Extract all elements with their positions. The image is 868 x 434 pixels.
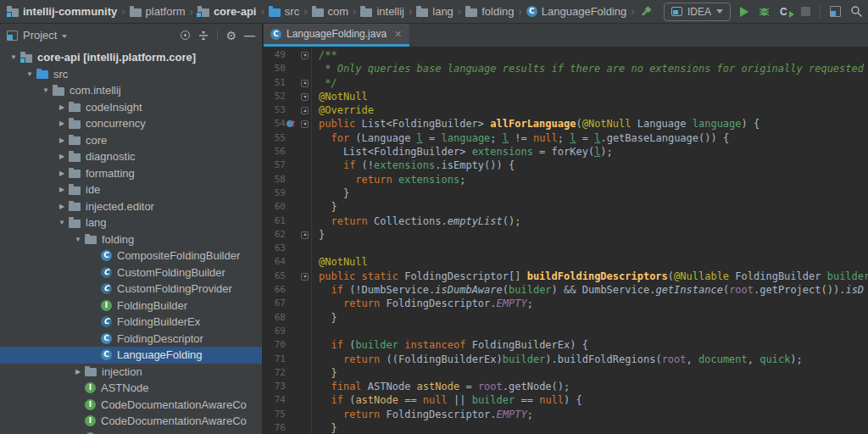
hide-panel-icon[interactable]: — [244,29,255,42]
breadcrumb-item-platform[interactable]: platform [130,5,186,18]
build-hammer-icon[interactable] [641,5,654,19]
line-number: 62 [264,228,286,242]
tree-item-injected.editor[interactable]: ▶injected.editor [0,198,262,215]
fold-marker-icon[interactable] [301,231,309,239]
tree-item-customfoldingprovider[interactable]: CCustomFoldingProvider [0,281,262,298]
chevron-collapsed-icon[interactable]: ▶ [55,120,69,127]
fold-column [298,408,312,421]
tree-item-compositefoldingbuilder[interactable]: CCompositeFoldingBuilder [0,248,262,264]
breadcrumb-item-languagefolding[interactable]: CLanguageFolding [526,5,626,18]
tree-item-core-api[interactable]: ▼core-api [intellij.platform.core] [0,49,262,66]
main-toolbar: IDEA C [641,3,863,21]
tree-item-core[interactable]: ▶core [0,132,262,149]
tree-item-label: ide [86,183,100,196]
gutter-icon-column [286,90,298,103]
tree-item-concurrency[interactable]: ▶concurrency [0,115,262,132]
chevron-collapsed-icon[interactable]: ▶ [55,203,69,210]
editor-area: C LanguageFolding.java ✕ 49/**50 * Only … [264,24,868,434]
code-line: 73 final ASTNode astNode = root.getNode(… [264,380,868,393]
package-icon [69,136,81,145]
project-panel-title[interactable]: Project [23,29,57,42]
tree-item-com.intellij[interactable]: ▼com.intellij [0,82,262,99]
stop-icon[interactable] [801,7,810,16]
run-with-coverage-icon[interactable]: C [780,6,792,18]
gutter-icon-column [286,117,298,131]
package-icon [69,103,81,112]
collapse-all-icon[interactable] [198,30,209,42]
fold-column [298,173,312,186]
code-line: 60 } [264,200,868,214]
breadcrumb-item-lang[interactable]: lang [416,5,453,18]
tree-item-foldingbuilderex[interactable]: CFoldingBuilderEx [0,314,262,331]
tree-item-formatting[interactable]: ▶formatting [0,165,262,182]
tree-item-diagnostic[interactable]: ▶diagnostic [0,148,262,165]
chevron-collapsed-icon[interactable]: ▶ [55,186,69,193]
breadcrumb-item-intellij-community[interactable]: intellij-community [7,5,117,18]
fold-marker-icon[interactable] [301,120,309,128]
settings-gear-icon[interactable]: ⚙ [225,30,236,42]
tree-item-label: ASTNode [101,381,148,394]
line-number: 72 [264,366,286,380]
tree-item-src[interactable]: ▼src [0,66,262,83]
code-line: 58 return extensions; [264,173,868,186]
breadcrumb-separator: › [121,5,125,18]
line-number: 60 [264,200,286,214]
tree-item-codedocumentationawareco[interactable]: ICodeDocumentationAwareCo [0,397,262,414]
locate-icon[interactable] [181,31,190,40]
tree-item-ide[interactable]: ▶ide [0,181,262,198]
tree-item-foldingbuilder[interactable]: IFoldingBuilder [0,298,262,314]
line-number: 54 [264,117,286,131]
chevron-collapsed-icon[interactable]: ▶ [55,136,69,144]
tree-item-commenter[interactable]: ICommenter [0,430,262,434]
fold-column [298,270,312,283]
chevron-expanded-icon[interactable]: ▼ [71,236,85,243]
chevron-down-icon[interactable] [62,35,67,38]
breadcrumb-item-core-api[interactable]: core-api [198,5,257,18]
tree-item-lang[interactable]: ▼lang [0,214,262,231]
search-icon[interactable] [850,5,863,18]
fold-marker-icon[interactable] [301,52,309,59]
code-line: 63 [264,242,868,255]
tree-item-customfoldingbuilder[interactable]: CCustomFoldingBuilder [0,264,262,281]
chevron-collapsed-icon[interactable]: ▶ [55,153,69,160]
code-line: 76 } [264,421,868,434]
tree-item-languagefolding[interactable]: CLanguageFolding [0,347,262,364]
tree-item-astnode[interactable]: IASTNode [0,380,262,397]
tree-item-codeinsight[interactable]: ▶codeInsight [0,99,262,116]
chevron-collapsed-icon[interactable]: ▶ [71,368,85,376]
gutter-icon-column [286,214,298,228]
fold-column [298,200,312,214]
close-icon[interactable]: ✕ [394,29,402,40]
fold-marker-icon[interactable] [301,80,309,87]
chevron-expanded-icon[interactable]: ▼ [55,219,69,226]
editor-tab-languagefolding[interactable]: C LanguageFolding.java ✕ [264,24,409,47]
run-configuration-select[interactable]: IDEA [664,3,731,21]
fold-marker-icon[interactable] [301,93,309,101]
breadcrumb-item-com[interactable]: com [312,5,349,18]
code-editor[interactable]: 49/**50 * Only queries base language res… [264,47,868,434]
run-icon[interactable] [740,7,748,17]
source-folder-icon [269,8,281,17]
debug-icon[interactable] [758,5,771,18]
tree-item-folding[interactable]: ▼folding [0,231,262,248]
chevron-collapsed-icon[interactable]: ▶ [55,170,69,177]
module-folder-icon [198,8,209,17]
breadcrumb-item-folding[interactable]: folding [465,5,514,18]
breadcrumb-item-intellij[interactable]: intellij [360,5,404,18]
tree-item-label: CodeDocumentationAwareCo [101,415,247,427]
breadcrumb-item-src[interactable]: src [269,5,299,18]
tool-windows-icon[interactable] [830,6,841,17]
fold-marker-icon[interactable] [301,273,309,281]
chevron-collapsed-icon[interactable]: ▶ [55,103,69,111]
overrides-method-icon[interactable] [287,120,293,127]
fold-marker-icon[interactable] [301,107,309,114]
tree-item-label: formatting [86,167,135,180]
tree-item-injection[interactable]: ▶injection [0,364,262,381]
breadcrumb-separator: › [409,5,412,18]
tree-item-foldingdescriptor[interactable]: CFoldingDescriptor [0,331,262,348]
tree-item-codedocumentationawareco[interactable]: ICodeDocumentationAwareCo [0,413,262,430]
chevron-expanded-icon[interactable]: ▼ [23,70,36,78]
tree-item-icon [69,201,81,211]
chevron-expanded-icon[interactable]: ▼ [39,86,53,94]
code-line: 51 */ [264,76,868,90]
